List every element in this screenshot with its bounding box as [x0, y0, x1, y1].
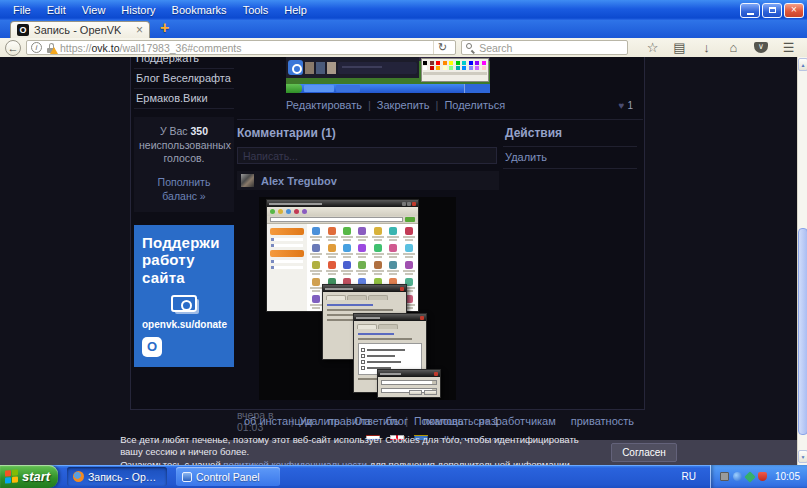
- cookie-agree-button[interactable]: Согласен: [611, 443, 677, 462]
- scroll-down-button[interactable]: ▼: [798, 450, 807, 463]
- restore-icon: [769, 7, 776, 13]
- palette-swatch: [482, 66, 486, 70]
- sidebar-item-support[interactable]: Поддержать: [134, 57, 234, 69]
- back-button[interactable]: ←: [5, 40, 21, 56]
- footer-blog-link[interactable]: блог: [386, 415, 408, 427]
- toolbar-icons: ☆ ▤ ↓ ⌂ ∨ ☰: [639, 41, 802, 54]
- xp-list-row: [361, 354, 419, 358]
- pocket-icon[interactable]: ∨: [754, 42, 768, 53]
- palette-swatch: [430, 66, 434, 70]
- post-share-link[interactable]: Поделиться: [444, 99, 505, 111]
- xp-list-row: [361, 360, 419, 364]
- post-pin-link[interactable]: Закрепить: [377, 99, 430, 111]
- palette-grid: [423, 61, 487, 70]
- menu-file[interactable]: File: [5, 1, 39, 19]
- close-button[interactable]: ×: [784, 3, 804, 18]
- xp-toolbar-icon: [270, 209, 275, 214]
- mixed-content-lock-icon[interactable]: [46, 43, 56, 53]
- menu-edit[interactable]: Edit: [39, 1, 74, 19]
- menu-tools[interactable]: Tools: [235, 1, 277, 19]
- search-icon: [466, 43, 475, 52]
- sidebar-item-blog[interactable]: Блог Веселкрафта: [134, 69, 234, 89]
- xp-dialog-buttons: [409, 390, 437, 395]
- network-tray-icon[interactable]: [744, 471, 755, 482]
- post-like-button[interactable]: ♥ 1: [619, 100, 634, 111]
- menu-history[interactable]: History: [113, 1, 163, 19]
- cookie-line1: Все дети любят печенье, поэтому этот веб…: [120, 434, 579, 457]
- main-content: Редактировать | Закрепить | Поделиться ♥…: [237, 57, 643, 433]
- donate-ad-banner[interactable]: Поддержи работу сайта openvk.su/donate O: [134, 225, 234, 367]
- post-image-logo: [288, 60, 303, 75]
- volume-tray-icon[interactable]: [733, 472, 742, 481]
- footer-developers-link[interactable]: разработчикам: [479, 415, 556, 427]
- comment-image[interactable]: [259, 197, 456, 400]
- actions-delete-link[interactable]: Удалить: [503, 147, 637, 169]
- xp-tab: [357, 324, 377, 329]
- xp-close: [420, 316, 424, 320]
- minimize-button[interactable]: [740, 3, 760, 18]
- clock[interactable]: 10:05: [775, 471, 800, 482]
- scrollbar[interactable]: ▲ ▼: [797, 57, 807, 465]
- task-label: Запись - OpenVK - M...: [88, 471, 161, 483]
- footer-help-link[interactable]: помощь: [423, 415, 464, 427]
- banknote-icon: [171, 295, 197, 312]
- comment-author-link[interactable]: Alex Tregubov: [261, 175, 337, 187]
- menu-bookmarks[interactable]: Bookmarks: [164, 1, 235, 19]
- xp-pane-header: [270, 250, 304, 257]
- taskbar-task-openvk[interactable]: Запись - OpenVK - M...: [67, 467, 167, 486]
- hamburger-menu-icon[interactable]: ☰: [775, 41, 802, 54]
- avatar[interactable]: [241, 174, 254, 187]
- search-input[interactable]: [479, 42, 619, 54]
- palette-swatch: [443, 66, 447, 70]
- post-edit-link[interactable]: Редактировать: [286, 99, 362, 111]
- tab-openvk[interactable]: O Запись - OpenVK ×: [10, 21, 150, 38]
- post-image-start: [286, 84, 302, 93]
- comment: Alex Tregubov: [237, 171, 499, 433]
- xp-pane-row: [271, 244, 303, 247]
- menu-help[interactable]: Help: [276, 1, 315, 19]
- taskbar-task-control-panel[interactable]: Control Panel: [176, 467, 280, 486]
- topup-balance-link[interactable]: Пополнить баланс »: [139, 176, 229, 203]
- scroll-up-button[interactable]: ▲: [798, 58, 807, 71]
- openvk-logo-icon: O: [142, 337, 162, 357]
- xp-window-buttons: [400, 287, 404, 291]
- reload-button[interactable]: ↻: [433, 41, 451, 54]
- separator: |: [436, 99, 439, 111]
- xp-icon-cell: [324, 227, 338, 243]
- cookie-banner: Все дети любят печенье, поэтому этот веб…: [0, 440, 797, 465]
- start-button[interactable]: start: [0, 465, 58, 488]
- control-panel-icon: [182, 472, 192, 482]
- post-image-bar: [338, 62, 417, 74]
- downloads-icon[interactable]: ↓: [693, 41, 720, 54]
- page-info-icon[interactable]: i: [31, 42, 42, 53]
- tab-close-icon[interactable]: ×: [136, 24, 143, 36]
- bookmark-star-icon[interactable]: ☆: [639, 41, 666, 54]
- sidebar-item-wiki[interactable]: Ермаков.Вики: [134, 89, 234, 109]
- xp-title-text: [269, 203, 322, 205]
- comment-input[interactable]: [237, 147, 497, 164]
- palette-swatch: [475, 61, 479, 65]
- footer-privacy-link[interactable]: приватность: [571, 415, 634, 427]
- bookmarks-list-icon[interactable]: ▤: [666, 41, 693, 54]
- keyboard-tray-icon[interactable]: [720, 472, 729, 481]
- search-box[interactable]: [461, 40, 628, 55]
- security-tray-icon[interactable]: [758, 472, 767, 481]
- firefox-icon: [73, 471, 84, 482]
- new-tab-button[interactable]: +: [160, 19, 169, 37]
- post-image[interactable]: [286, 57, 490, 93]
- scrollbar-thumb[interactable]: [798, 228, 807, 435]
- ad-title: Поддержи работу сайта: [142, 234, 226, 286]
- home-icon[interactable]: ⌂: [720, 41, 747, 54]
- xp-window-titlebar: [267, 200, 418, 207]
- xp-pane-row: [271, 260, 303, 263]
- taskbar: start Запись - OpenVK - M... Control Pan…: [0, 465, 807, 488]
- url-bar[interactable]: i https://ovk.to/wall17983_36#comments ↻: [26, 40, 456, 55]
- restore-button[interactable]: [762, 3, 782, 18]
- footer-about-link[interactable]: об инстанции: [244, 415, 313, 427]
- menu-view[interactable]: View: [74, 1, 114, 19]
- language-indicator[interactable]: RU: [668, 471, 710, 482]
- xp-icon-cell: [309, 227, 323, 243]
- footer-rules-link[interactable]: правила: [328, 415, 371, 427]
- privacy-policy-link[interactable]: политикой конфиденциальности: [223, 459, 367, 465]
- separator: |: [368, 99, 371, 111]
